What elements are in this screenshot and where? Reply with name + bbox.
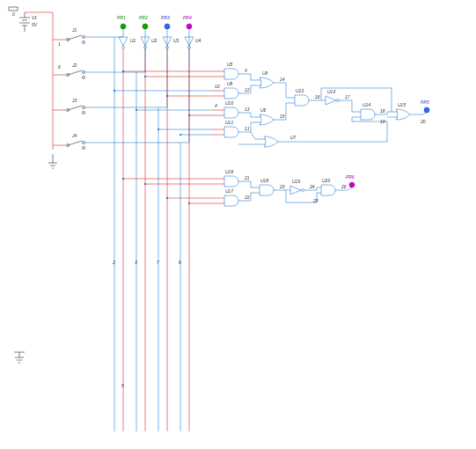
and-gate-u18[interactable]: U18 23: [251, 178, 286, 195]
svg-point-35: [83, 107, 85, 109]
net-23: 23: [279, 184, 285, 189]
and-gate-u20[interactable]: U20 26 25: [312, 178, 348, 203]
u3-label: U3: [173, 38, 179, 43]
net-24: 24: [309, 184, 315, 189]
net-16: 16: [315, 94, 320, 99]
or-gate-u15[interactable]: U15 20: [387, 102, 426, 124]
net-1: 1: [58, 41, 61, 47]
v1-ref: V1: [32, 15, 37, 20]
net-18: 18: [380, 108, 385, 114]
net-2: 2: [112, 260, 115, 265]
svg-point-118: [337, 99, 340, 102]
probe-pr4[interactable]: [187, 24, 192, 29]
svg-point-86: [114, 90, 115, 92]
pr5-label: PR5: [421, 99, 429, 105]
net-14: 14: [280, 77, 285, 82]
u7-label: U7: [290, 135, 297, 140]
and-gate-u16[interactable]: U16 21: [211, 169, 251, 187]
pr3-label: PR3: [161, 15, 170, 20]
net-15: 15: [280, 114, 285, 119]
net-7: 7: [157, 260, 159, 265]
svg-point-142: [144, 183, 146, 185]
v1-value: 5V: [32, 22, 38, 27]
svg-line-20: [68, 35, 82, 40]
u17-label: U17: [225, 188, 233, 194]
net-17: 17: [345, 94, 350, 99]
voltage-source[interactable]: V1 5V 0: [9, 7, 38, 32]
or-gate-u7[interactable]: U7: [255, 135, 387, 147]
ground-symbol: [14, 352, 25, 363]
svg-point-156: [302, 189, 304, 192]
and-gate-u12[interactable]: U12 16: [286, 88, 321, 106]
svg-point-36: [83, 112, 85, 114]
svg-line-166: [348, 188, 352, 190]
pr2-label: PR2: [139, 15, 148, 20]
net-6: 6: [58, 64, 61, 70]
u12-label: U12: [296, 88, 304, 93]
net-0: 0: [12, 11, 15, 17]
u18-label: U18: [260, 178, 268, 183]
or-gate-u9[interactable]: U9 14: [251, 70, 286, 88]
net-13: 13: [245, 107, 250, 112]
u11-label: U11: [225, 120, 233, 125]
u9-label: U9: [262, 70, 268, 76]
inverter-u1[interactable]: U1: [119, 26, 136, 49]
net-26: 26: [341, 184, 347, 189]
svg-line-135: [422, 113, 427, 114]
svg-marker-117: [326, 96, 336, 105]
u8-label: U8: [227, 81, 233, 86]
switch-ground: [48, 154, 57, 168]
and-gate-u11[interactable]: U11 11: [211, 120, 251, 137]
probe-pr2[interactable]: [143, 24, 148, 29]
svg-point-28: [83, 71, 85, 74]
svg-point-88: [166, 95, 168, 97]
svg-line-115: [251, 132, 255, 139]
inverter-u3[interactable]: U3: [163, 26, 179, 49]
net-3: 3: [135, 260, 137, 265]
switch-j3[interactable]: J3: [53, 98, 85, 114]
net-20: 20: [420, 119, 426, 124]
schematic-canvas: V1 5V 0 J1 1 J2 6: [0, 0, 476, 449]
svg-marker-47: [119, 37, 128, 46]
svg-point-92: [188, 114, 190, 116]
probe-pr1[interactable]: [121, 24, 126, 29]
and-gate-u10[interactable]: U10 4 13: [211, 100, 251, 118]
j3-label: J3: [71, 98, 77, 103]
switch-j4[interactable]: J4: [53, 133, 85, 150]
net-12: 12: [245, 87, 250, 92]
pr4-label: PR4: [183, 15, 192, 20]
svg-point-43: [83, 147, 85, 150]
and-gate-u14[interactable]: U14 18 19: [352, 102, 387, 124]
u19-label: U19: [292, 179, 300, 184]
and-gate-u5[interactable]: U5 9: [211, 62, 251, 79]
net-11: 11: [245, 126, 250, 131]
svg-point-84: [144, 76, 146, 77]
net-10: 10: [215, 84, 220, 89]
u1-label: U1: [130, 38, 136, 43]
not-gate-u19[interactable]: U19 24: [286, 179, 317, 195]
probe-pr5[interactable]: [424, 107, 429, 113]
svg-marker-155: [290, 186, 301, 195]
svg-point-147: [166, 197, 168, 199]
u20-label: U20: [322, 178, 330, 183]
svg-line-41: [68, 141, 82, 145]
svg-rect-0: [9, 7, 18, 11]
switch-j2[interactable]: J2 6: [53, 63, 85, 79]
or-gate-u6[interactable]: U6 15: [251, 107, 286, 125]
switch-j1[interactable]: J1 1: [53, 27, 85, 47]
not-gate-u13[interactable]: U13 17: [321, 89, 352, 105]
inverter-u2[interactable]: U2: [141, 26, 157, 49]
j1-label: J1: [71, 27, 77, 33]
svg-point-42: [83, 142, 85, 144]
probe-pr6[interactable]: [349, 182, 355, 188]
probe-pr3[interactable]: [165, 24, 170, 29]
inverter-u4[interactable]: U4: [185, 26, 201, 49]
u6-label: U6: [260, 107, 267, 113]
and-gate-u8[interactable]: U8 10 12: [211, 81, 251, 99]
net-8: 8: [179, 260, 181, 265]
u15-label: U15: [398, 102, 406, 107]
net-9: 9: [245, 68, 247, 73]
svg-point-22: [83, 41, 85, 44]
and-gate-u17[interactable]: U17 22: [211, 188, 251, 206]
u14-label: U14: [362, 102, 370, 107]
